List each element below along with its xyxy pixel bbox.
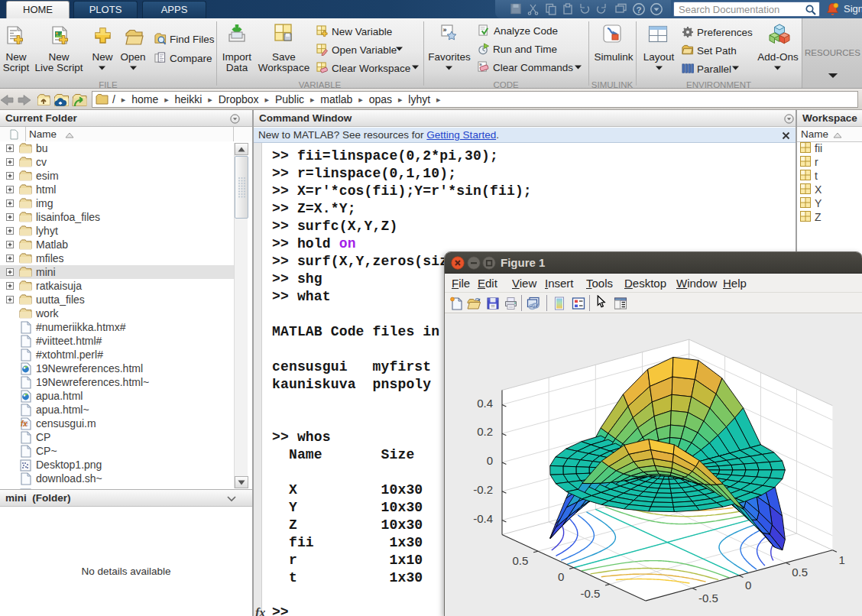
svg-text:-0.5: -0.5 [580, 587, 600, 600]
svg-text:?: ? [636, 5, 641, 15]
svg-text:0.2: 0.2 [477, 425, 493, 438]
svg-text:fx: fx [21, 420, 28, 428]
svg-text:0.5: 0.5 [792, 566, 808, 579]
svg-text:»: » [443, 26, 447, 34]
svg-text:0.5: 0.5 [513, 554, 529, 567]
svg-text:-0.5: -0.5 [698, 592, 718, 605]
svg-text:1: 1 [838, 553, 844, 566]
svg-text:-0.2: -0.2 [473, 483, 493, 496]
svg-text:0: 0 [487, 454, 493, 467]
svg-text:0: 0 [558, 570, 564, 583]
svg-text:0.4: 0.4 [477, 397, 493, 410]
svg-text:0: 0 [745, 579, 751, 592]
svg-text:-0.4: -0.4 [473, 512, 493, 525]
